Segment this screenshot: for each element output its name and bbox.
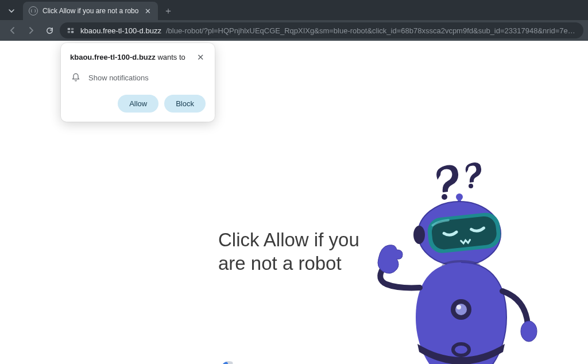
svg-point-20 [521, 321, 537, 342]
svg-point-4 [219, 360, 239, 364]
permission-suffix: wants to [156, 53, 185, 61]
permission-title: kbaou.free-tl-100-d.buzz wants to [70, 52, 190, 63]
permission-capability: Show notifications [88, 73, 149, 82]
allow-button[interactable]: Allow [118, 95, 158, 113]
bell-icon [71, 73, 80, 82]
window-menu-button[interactable] [5, 4, 18, 18]
permission-site: kbaou.free-tl-100-d.buzz [70, 53, 156, 61]
globe-icon [29, 6, 38, 16]
url-path: /blue-robot/?pl=HQPnjhlxUEqCGE_RqpXIXg&s… [166, 26, 578, 35]
back-button [5, 22, 21, 38]
svg-rect-0 [68, 28, 70, 30]
permission-capability-row: Show notifications [70, 73, 206, 82]
svg-point-7 [469, 184, 473, 188]
url-host: kbaou.free-tl-100-d.buzz [80, 26, 161, 35]
svg-point-18 [457, 305, 461, 309]
svg-point-6 [442, 194, 447, 200]
new-tab-button[interactable]: ＋ [160, 3, 176, 19]
forward-button [23, 22, 39, 38]
robot-illustration [370, 161, 554, 364]
page-headline: Click Allow if you are not a robot [218, 228, 373, 276]
notification-permission-dialog: kbaou.free-tl-100-d.buzz wants to ✕ Show… [61, 43, 215, 122]
tab-title: Click Allow if you are not a robo [42, 7, 138, 15]
svg-point-12 [413, 226, 425, 244]
browser-tab[interactable]: Click Allow if you are not a robo ✕ [23, 2, 158, 20]
reload-button[interactable] [41, 22, 57, 38]
tab-strip: Click Allow if you are not a robo ✕ ＋ [0, 0, 588, 20]
site-info-icon[interactable] [65, 25, 76, 36]
svg-rect-2 [68, 31, 70, 33]
svg-point-17 [455, 304, 467, 315]
close-icon[interactable]: ✕ [195, 52, 206, 63]
svg-rect-3 [71, 31, 74, 33]
svg-rect-1 [71, 28, 74, 30]
nav-bar: kbaou.free-tl-100-d.buzz/blue-robot/?pl=… [0, 20, 588, 41]
address-bar[interactable]: kbaou.free-tl-100-d.buzz/blue-robot/?pl=… [60, 22, 583, 38]
loading-spinner-icon [219, 360, 239, 364]
block-button[interactable]: Block [164, 95, 206, 113]
close-tab-icon[interactable]: ✕ [143, 6, 152, 16]
svg-point-19 [453, 344, 469, 355]
browser-chrome: Click Allow if you are not a robo ✕ ＋ kb… [0, 0, 588, 41]
